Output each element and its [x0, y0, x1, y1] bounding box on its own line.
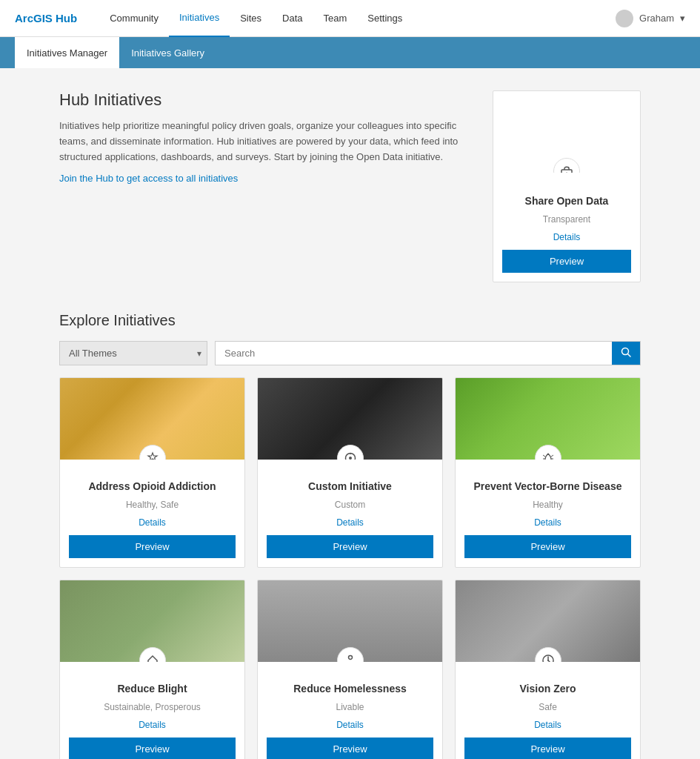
tab-initiatives-manager[interactable]: Initiatives Manager: [15, 37, 119, 68]
card-opioid-preview-button[interactable]: Preview: [69, 535, 236, 558]
card-blight: Reduce Blight Sustainable, Prosperous De…: [59, 580, 245, 759]
card-vector-tags: Healthy: [464, 500, 631, 510]
hub-section: Hub Initiatives Initiatives help priorit…: [59, 90, 641, 282]
nav-community[interactable]: Community: [99, 0, 169, 37]
card-vision-title: Vision Zero: [464, 683, 631, 695]
featured-card: Share Open Data Transparent Details Prev…: [493, 90, 641, 282]
card-blight-image: [60, 580, 244, 662]
hub-title: Hub Initiatives: [59, 90, 470, 110]
card-opioid-details-link[interactable]: Details: [69, 517, 236, 528]
card-vector-icon: [535, 445, 561, 460]
svg-point-13: [348, 656, 352, 660]
card-custom-preview-button[interactable]: Preview: [267, 535, 433, 558]
featured-card-preview-button[interactable]: Preview: [502, 250, 631, 273]
nav-team[interactable]: Team: [313, 0, 358, 37]
card-homeless-details-link[interactable]: Details: [267, 720, 433, 730]
card-homeless-preview-button[interactable]: Preview: [267, 738, 433, 759]
main-content: Hub Initiatives Initiatives help priorit…: [0, 68, 700, 759]
featured-card-icon: [553, 158, 580, 173]
card-opioid: Address Opioid Addiction Healthy, Safe D…: [59, 377, 245, 568]
brand-arcgis: ArcGIS: [15, 12, 53, 24]
search-box: [215, 341, 641, 365]
explore-title: Explore Initiatives: [59, 312, 641, 329]
featured-card-subtitle: Transparent: [502, 214, 631, 225]
svg-line-8: [543, 455, 545, 457]
svg-point-18: [547, 660, 549, 661]
theme-select-wrapper: All Themes Healthy Safe Livable Sustaina…: [59, 341, 207, 365]
tab-initiatives-gallery[interactable]: Initiatives Gallery: [119, 37, 216, 68]
card-vision: Vision Zero Safe Details Preview: [455, 580, 641, 759]
theme-select[interactable]: All Themes Healthy Safe Livable Sustaina…: [59, 341, 207, 365]
card-blight-preview-button[interactable]: Preview: [69, 738, 236, 759]
card-vector-preview-button[interactable]: Preview: [464, 535, 631, 558]
card-vision-body: Vision Zero Safe Details Preview: [456, 662, 640, 759]
card-custom-icon: [337, 445, 364, 460]
featured-card-details-link[interactable]: Details: [502, 232, 631, 242]
sub-nav: Initiatives Manager Initiatives Gallery: [0, 37, 700, 68]
featured-card-body: Share Open Data Transparent Details Prev…: [493, 173, 640, 282]
card-homeless-title: Reduce Homelessness: [267, 683, 433, 695]
svg-point-5: [349, 457, 352, 460]
card-vector-title: Prevent Vector-Borne Disease: [464, 480, 631, 492]
svg-rect-0: [561, 170, 572, 173]
card-blight-icon: [139, 647, 166, 662]
card-blight-body: Reduce Blight Sustainable, Prosperous De…: [60, 662, 244, 759]
nav-settings[interactable]: Settings: [357, 0, 413, 37]
brand: ArcGIS Hub: [15, 12, 77, 24]
card-vision-image: [456, 580, 640, 662]
featured-card-title: Share Open Data: [502, 195, 631, 207]
nav-data[interactable]: Data: [272, 0, 313, 37]
card-opioid-image: [60, 378, 244, 460]
svg-point-1: [566, 173, 568, 173]
top-nav: ArcGIS Hub Community Initiatives Sites D…: [0, 0, 700, 37]
card-homeless-body: Reduce Homelessness Livable Details Prev…: [258, 662, 442, 759]
svg-line-9: [551, 455, 553, 457]
avatar: [616, 10, 633, 27]
card-custom-image: [258, 378, 442, 460]
card-blight-details-link[interactable]: Details: [69, 720, 236, 730]
card-custom-body: Custom Initiative Custom Details Preview: [258, 460, 442, 567]
card-custom-title: Custom Initiative: [267, 480, 433, 492]
card-vision-icon: [535, 647, 561, 662]
cards-grid: Address Opioid Addiction Healthy, Safe D…: [59, 377, 641, 759]
card-homeless: Reduce Homelessness Livable Details Prev…: [257, 580, 443, 759]
nav-sites[interactable]: Sites: [230, 0, 272, 37]
card-opioid-body: Address Opioid Addiction Healthy, Safe D…: [60, 460, 244, 567]
card-blight-title: Reduce Blight: [69, 683, 236, 695]
brand-hub: Hub: [56, 12, 77, 24]
hub-description: Initiatives help prioritize meaningful p…: [59, 119, 470, 165]
explore-controls: All Themes Healthy Safe Livable Sustaina…: [59, 341, 641, 365]
card-homeless-image: [258, 580, 442, 662]
nav-initiatives[interactable]: Initiatives: [169, 0, 230, 37]
card-custom-tags: Custom: [267, 500, 433, 510]
card-vision-details-link[interactable]: Details: [464, 720, 631, 730]
card-vision-preview-button[interactable]: Preview: [464, 738, 631, 759]
card-homeless-tags: Livable: [267, 702, 433, 712]
card-vector: Prevent Vector-Borne Disease Healthy Det…: [455, 377, 641, 568]
user-name: Graham: [639, 13, 674, 24]
card-homeless-icon: [337, 647, 364, 662]
featured-card-image: [493, 91, 640, 173]
card-vector-body: Prevent Vector-Borne Disease Healthy Det…: [456, 460, 640, 567]
card-blight-tags: Sustainable, Prosperous: [69, 702, 236, 712]
card-opioid-icon: [139, 445, 166, 460]
explore-section: Explore Initiatives All Themes Healthy S…: [59, 312, 641, 759]
card-opioid-title: Address Opioid Addiction: [69, 480, 236, 492]
card-custom: Custom Initiative Custom Details Preview: [257, 377, 443, 568]
card-vector-image: [456, 378, 640, 460]
card-opioid-tags: Healthy, Safe: [69, 500, 236, 510]
search-input[interactable]: [216, 342, 612, 365]
card-vector-details-link[interactable]: Details: [464, 517, 631, 528]
svg-line-3: [628, 354, 631, 357]
search-button[interactable]: [612, 342, 640, 365]
nav-links: Community Initiatives Sites Data Team Se…: [99, 0, 413, 37]
hub-join-link[interactable]: Join the Hub to get access to all initia…: [59, 173, 238, 184]
card-custom-details-link[interactable]: Details: [267, 517, 433, 528]
nav-right: Graham ▾: [616, 10, 685, 27]
user-menu-arrow[interactable]: ▾: [680, 13, 685, 24]
card-vision-tags: Safe: [464, 702, 631, 712]
hub-text: Hub Initiatives Initiatives help priorit…: [59, 90, 470, 282]
